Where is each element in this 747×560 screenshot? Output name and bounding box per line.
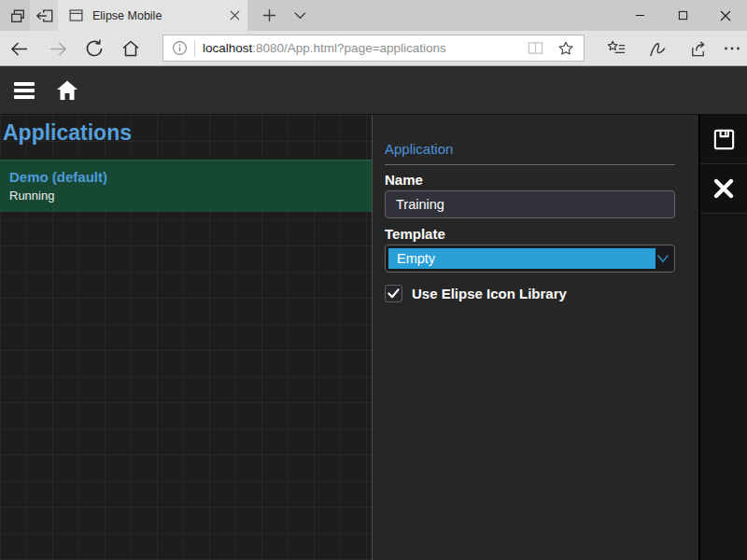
check-icon (388, 288, 400, 299)
template-select[interactable]: Empty (385, 245, 675, 273)
window-controls (618, 0, 747, 31)
new-tab-button[interactable] (254, 0, 284, 31)
url-host: localhost (203, 41, 252, 55)
reading-view-icon[interactable] (527, 40, 544, 56)
set-aside-tabs-button[interactable] (30, 0, 60, 31)
info-icon[interactable] (172, 40, 188, 56)
set-aside-tabs-icon (35, 7, 54, 25)
address-bar[interactable]: localhost:8080/App.html?page=application… (162, 35, 585, 62)
application-list-item[interactable]: Demo (default) Running (0, 160, 372, 212)
app-home-icon (55, 79, 79, 102)
tab-previews-icon (9, 7, 26, 24)
close-button[interactable] (700, 164, 747, 214)
page-title: Applications (3, 120, 132, 146)
icon-library-label: Use Elipse Icon Library (412, 286, 567, 301)
tab-close-icon[interactable] (221, 0, 247, 31)
icon-library-checkbox[interactable] (385, 285, 402, 302)
favorite-star-icon[interactable] (557, 40, 574, 57)
template-label: Template (385, 226, 445, 242)
forward-icon (48, 38, 69, 60)
applications-panel: Applications Demo (default) Running (0, 115, 373, 560)
refresh-icon (84, 38, 105, 59)
browser-tab[interactable]: Elipse Mobile (58, 0, 247, 31)
template-selected-option: Empty (388, 248, 655, 269)
minimize-icon (635, 10, 645, 21)
section-divider (385, 164, 675, 165)
web-note-button[interactable] (646, 37, 669, 60)
app-content: Applications Demo (default) Running Appl… (0, 115, 747, 560)
menu-icon (14, 82, 35, 99)
window-close-button[interactable] (704, 0, 747, 31)
home-icon (120, 38, 141, 59)
app-toolbar (0, 66, 747, 115)
web-note-icon (647, 39, 668, 58)
section-label: Application (385, 141, 453, 157)
more-button[interactable] (721, 37, 743, 60)
more-icon (724, 46, 740, 51)
maximize-button[interactable] (661, 0, 704, 31)
minimize-button[interactable] (618, 0, 661, 31)
hub-button[interactable] (605, 37, 627, 60)
browser-navbar: localhost:8080/App.html?page=application… (0, 31, 747, 66)
name-label: Name (385, 172, 423, 188)
maximize-icon (678, 10, 688, 21)
app-home-button[interactable] (52, 76, 82, 105)
close-icon (712, 177, 735, 200)
tab-title: Elipse Mobile (92, 9, 221, 22)
browser-window: Elipse Mobile (0, 0, 747, 560)
tab-previews-button[interactable] (6, 0, 30, 31)
browser-titlebar: Elipse Mobile (0, 0, 747, 31)
refresh-button[interactable] (83, 37, 106, 60)
application-name: Demo (default) (9, 169, 362, 185)
tabs-dropdown-icon (294, 11, 306, 20)
save-button[interactable] (700, 115, 747, 164)
back-button[interactable] (7, 37, 30, 60)
back-icon (8, 38, 30, 60)
application-status: Running (9, 189, 362, 203)
action-sidebar (698, 115, 747, 560)
new-tab-icon (262, 8, 276, 22)
app-menu-button[interactable] (9, 76, 39, 105)
name-input[interactable] (385, 190, 675, 218)
url-text: localhost:8080/App.html?page=application… (203, 41, 527, 55)
save-icon (712, 127, 737, 152)
icon-library-row[interactable]: Use Elipse Icon Library (385, 285, 567, 302)
application-detail-panel: Application Name Template Empty Use Elip… (374, 115, 698, 560)
page-icon (68, 7, 84, 23)
hub-icon (607, 39, 627, 58)
url-path: :8080/App.html?page=applications (252, 41, 446, 55)
address-divider (194, 40, 195, 57)
forward-button[interactable] (47, 37, 69, 60)
chevron-down-icon (656, 254, 669, 263)
share-button[interactable] (687, 37, 710, 60)
home-button[interactable] (120, 37, 142, 60)
tabs-dropdown-button[interactable] (286, 0, 314, 31)
window-close-icon (720, 10, 731, 21)
share-icon (689, 39, 709, 59)
